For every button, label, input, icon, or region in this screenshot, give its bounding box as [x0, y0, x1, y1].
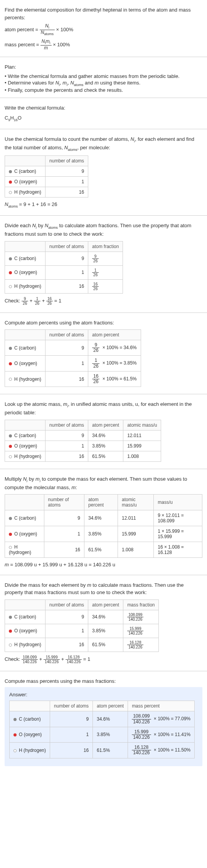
- table-row: C (carbon)9926: [5, 252, 123, 265]
- mass-section: Multiply Ni by mi to compute the mass fo…: [0, 469, 207, 575]
- write-formula-label: Write the chemical formula:: [5, 104, 202, 112]
- atom-fractions-section: Divide each Ni by Natoms to calculate at…: [0, 216, 207, 312]
- table-row: O (oxygen)1126 × 100% = 3.85%: [5, 356, 141, 371]
- table-row: H (hydrogen)161626: [5, 279, 123, 293]
- multiply-text: Multiply Ni by mi to compute the mass fo…: [5, 475, 202, 491]
- answer-label: Answer:: [9, 692, 198, 697]
- carbon-dot-icon: [9, 257, 12, 260]
- atom-percent-section: Compute atom percents using the atom fra…: [0, 313, 207, 394]
- intro-text: Find the elemental composition for dimet…: [5, 6, 202, 21]
- carbon-dot-icon: [9, 517, 12, 520]
- table-row: H (hydrogen)1661.5%16.128140.226 × 100% …: [10, 743, 195, 758]
- m-equation: m = 108.099 u + 15.999 u + 16.128 u = 14…: [5, 561, 202, 569]
- hydrogen-dot-icon: [9, 378, 12, 381]
- mass-fractions-section: Divide the mass for each element by m to…: [0, 575, 207, 671]
- table-row: O (oxygen)1126: [5, 265, 123, 279]
- mass-table: number of atomsatom percentatomic mass/u…: [5, 494, 202, 558]
- carbon-dot-icon: [9, 434, 12, 437]
- check-mass-fractions: Check: 108.099140.226 + 15.999140.226 + …: [5, 655, 202, 664]
- answer-table: number of atomsatom percentmass percent …: [9, 701, 195, 758]
- compute-atom-pct: Compute atom percents using the atom fra…: [5, 319, 202, 327]
- carbon-dot-icon: [13, 718, 17, 721]
- atoms-count-table: number of atoms C (carbon)9 O (oxygen)1 …: [5, 155, 88, 198]
- count-section: Use the chemical formula to count the nu…: [0, 129, 207, 215]
- table-row: O (oxygen)13.85%15.9991 × 15.999 = 15.99…: [5, 526, 202, 542]
- oxygen-dot-icon: [9, 630, 12, 633]
- atomic-mass-section: Look up the atomic mass, mi, in unified …: [0, 394, 207, 469]
- table-row: O (oxygen)13.85%15.999140.226: [5, 624, 159, 638]
- hydrogen-dot-icon: [9, 643, 12, 647]
- compute-mass-pct-label: Compute mass percents using the mass fra…: [5, 677, 202, 685]
- table-row: C (carbon)9926 × 100% = 34.6%: [5, 340, 141, 356]
- table-row: C (carbon)934.6%108.099140.226 × 100% = …: [10, 711, 195, 727]
- hydrogen-dot-icon: [9, 191, 12, 194]
- check-atom-fractions: Check: 926 + 126 + 1626 = 1: [5, 297, 202, 306]
- table-row: O (oxygen)13.85%15.999140.226 × 100% = 1…: [10, 727, 195, 742]
- plan-label: Plan:: [5, 63, 202, 71]
- mass-fraction-table: number of atomsatom percentmass fraction…: [5, 599, 159, 652]
- table-row: C (carbon)934.6%108.099140.226: [5, 610, 159, 624]
- mass-percent-section: Compute mass percents using the mass fra…: [0, 671, 207, 770]
- table-row: H (hydrogen)1661.5%1.00816 × 1.008 = 16.…: [5, 542, 202, 558]
- carbon-dot-icon: [9, 347, 12, 350]
- table-row: H (hydrogen)161626 × 100% = 61.5%: [5, 371, 141, 387]
- table-row: H (hydrogen)16: [5, 187, 88, 197]
- table-row: C (carbon)934.6%12.011: [5, 430, 161, 441]
- carbon-dot-icon: [9, 170, 12, 173]
- hydrogen-dot-icon: [9, 546, 12, 549]
- chemical-formula: C9H16O: [5, 114, 202, 123]
- answer-box: Answer: number of atomsatom percentmass …: [5, 687, 202, 766]
- formula-section: Write the chemical formula: C9H16O: [0, 98, 207, 129]
- hydrogen-dot-icon: [9, 285, 12, 288]
- oxygen-dot-icon: [9, 181, 12, 184]
- intro-section: Find the elemental composition for dimet…: [0, 0, 207, 57]
- lookup-text: Look up the atomic mass, mi, in unified …: [5, 400, 202, 417]
- oxygen-dot-icon: [9, 533, 12, 536]
- atomic-mass-table: number of atomsatom percentatomic mass/u…: [5, 420, 161, 462]
- table-row: C (carbon)934.6%12.0119 × 12.011 = 108.0…: [5, 510, 202, 526]
- natoms-equation: Natoms = 9 + 1 + 16 = 26: [5, 201, 202, 209]
- oxygen-dot-icon: [9, 271, 12, 274]
- oxygen-dot-icon: [9, 445, 12, 448]
- plan-item-2: • Determine values for Ni, mi, Natoms an…: [5, 80, 202, 87]
- count-text: Use the chemical formula to count the nu…: [5, 135, 202, 152]
- divide-text: Divide each Ni by Natoms to calculate at…: [5, 222, 202, 238]
- hydrogen-dot-icon: [9, 455, 12, 458]
- atom-percent-table: number of atomsatom percent C (carbon)99…: [5, 329, 141, 387]
- divide-mass-text: Divide the mass for each element by m to…: [5, 581, 202, 596]
- plan-item-3: • Finally, compute the percents and chec…: [5, 87, 202, 93]
- plan-item-1: • Write the chemical formula and gather …: [5, 73, 202, 79]
- table-row: O (oxygen)13.85%15.999: [5, 441, 161, 451]
- atom-fraction-table: number of atomsatom fraction C (carbon)9…: [5, 241, 123, 294]
- table-row: H (hydrogen)1661.5%16.128140.226: [5, 638, 159, 652]
- table-row: H (hydrogen)1661.5%1.008: [5, 451, 161, 461]
- carbon-dot-icon: [9, 616, 12, 619]
- table-row: C (carbon)9: [5, 166, 88, 176]
- mass-percent-formula: mass percent = Nimi m × 100%: [5, 39, 202, 51]
- oxygen-dot-icon: [13, 733, 17, 736]
- hydrogen-dot-icon: [13, 749, 17, 752]
- oxygen-dot-icon: [9, 362, 12, 365]
- plan-section: Plan: • Write the chemical formula and g…: [0, 57, 207, 98]
- atom-percent-formula: atom percent = Ni Natoms × 100%: [5, 24, 202, 37]
- table-row: O (oxygen)1: [5, 176, 88, 187]
